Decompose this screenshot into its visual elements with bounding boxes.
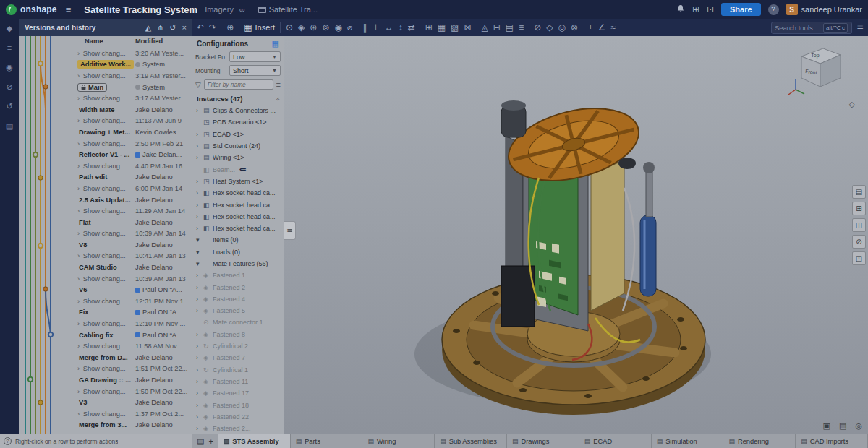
document-tab[interactable]: ECAD	[579, 434, 652, 448]
help-icon[interactable]: ?	[768, 4, 779, 15]
expand-chevron-icon[interactable]: ›	[196, 389, 201, 397]
filter-by-name-input[interactable]	[204, 79, 273, 90]
expand-chevron-icon[interactable]: ›	[196, 272, 201, 279]
insert-button[interactable]: ▦ Insert	[244, 23, 275, 32]
expand-chevron-icon[interactable]: ›	[196, 284, 201, 291]
onshape-logo[interactable]: onshape	[6, 4, 57, 15]
create-branch-icon[interactable]: ⋔	[157, 24, 163, 32]
undo-icon[interactable]: ↶	[197, 23, 204, 32]
list-strip-icon[interactable]: ▤	[6, 122, 13, 130]
version-row[interactable]: V3 Jake Delano	[75, 397, 192, 408]
link-icon[interactable]: ∞	[239, 5, 245, 14]
instance-tree-item[interactable]: › ◈ Fastened 8 ⇐	[192, 329, 284, 340]
instance-tree-item[interactable]: › ◳ ECAD <1> ⇐	[192, 129, 284, 140]
menu-strip-icon[interactable]: ≡	[7, 44, 12, 52]
teams-icon[interactable]: ⊡	[707, 5, 714, 14]
instance-tree-item[interactable]: › ◧ Hex socket head ca... ⇐	[192, 199, 284, 210]
instance-tree-item[interactable]: › ◈ Fastened 1 ⇐	[192, 270, 284, 281]
list-view-icon[interactable]: ≡	[276, 80, 281, 89]
close-panel-icon[interactable]: ×	[182, 24, 187, 32]
measure-icon[interactable]: ◇	[546, 23, 553, 32]
instance-tree-item[interactable]: › ◈ Fastened 11 ⇐	[192, 376, 284, 387]
version-row[interactable]: Show chang... 6:00 PM Jan 14	[75, 183, 192, 194]
instance-tree-item[interactable]: ▾ Loads (0) ⇐	[192, 246, 284, 258]
instance-tree-item[interactable]: › ↻ Cylindrical 2 ⇐	[192, 340, 284, 352]
snapshot-icon[interactable]: ⊟	[493, 23, 501, 32]
document-tab[interactable]: Drawings	[507, 434, 579, 448]
version-row[interactable]: Cabling fix Paul ON “A...	[75, 329, 192, 341]
config-option-select[interactable]: Short ▼	[229, 65, 281, 76]
instance-tree-item[interactable]: ⊙ Mate connector 1 ⇐	[192, 316, 284, 328]
instance-tree-item[interactable]: › ◈ Fastened 5 ⇐	[192, 305, 284, 316]
expand-chevron-icon[interactable]: ›	[196, 131, 201, 138]
config-option-select[interactable]: Low ▼	[229, 51, 281, 62]
viewport-panel-icon[interactable]: ▤	[852, 185, 866, 199]
instance-tree-item[interactable]: › ◧ Hex socket head ca... ⇐	[192, 223, 284, 234]
version-row[interactable]: Additive Work... System	[75, 59, 192, 71]
section-view-icon[interactable]: ⊘	[534, 23, 541, 32]
tolerance-icon[interactable]: ±	[588, 23, 593, 32]
instance-tree-item[interactable]: › ◈ Fastened 2 ⇐	[192, 281, 284, 293]
expand-chevron-icon[interactable]: ›	[196, 343, 201, 350]
named-positions-icon[interactable]: ≡	[519, 23, 524, 32]
notifications-icon[interactable]	[676, 4, 685, 14]
version-row[interactable]: Fix Paul ON “A...	[75, 307, 192, 319]
parent-folder-link[interactable]: Satellite Tra...	[258, 5, 318, 14]
instance-tree-item[interactable]: › ◈ Fastened 2... ⇐	[192, 423, 284, 434]
instance-tree-item[interactable]: › ▤ Std Content (24) ⇐	[192, 140, 284, 152]
expand-chevron-icon[interactable]: ›	[196, 107, 201, 114]
graphics-viewport[interactable]: ≣ Top Front ◇ ▤⊞◫⊘◳ ▣▤◎	[284, 36, 868, 434]
filter-icon[interactable]: ▽	[195, 81, 201, 89]
version-row[interactable]: Merge from D... Jake Delano	[75, 352, 192, 363]
version-row[interactable]: 2.5 Axis Updat... Jake Delano	[75, 194, 192, 206]
user-menu[interactable]: S sandeep Urankar	[786, 4, 862, 15]
expand-chevron-icon[interactable]: ›	[196, 378, 201, 385]
viewport-panel-icon[interactable]: ◫	[852, 218, 866, 232]
version-row[interactable]: Path edit Jake Delano	[75, 172, 192, 184]
version-row[interactable]: Show chang... 12:10 PM Nov ...	[75, 318, 192, 329]
version-row[interactable]: Show chang... 12:31 PM Nov 1...	[75, 296, 192, 307]
instance-tree-item[interactable]: › ◈ Fastened 7 ⇐	[192, 352, 284, 363]
history-strip-icon[interactable]: ↺	[6, 103, 12, 111]
version-row[interactable]: Show chang... 11:13 AM Jun 9	[75, 116, 192, 127]
angle-icon[interactable]: ∠	[598, 23, 606, 32]
expand-chevron-icon[interactable]: ›	[196, 154, 201, 161]
instance-tree-item[interactable]: › ◈ Fastened 22 ⇐	[192, 411, 284, 423]
tangent-mate-icon[interactable]: ⊥	[372, 23, 379, 32]
document-tab[interactable]: Simulation	[652, 434, 724, 448]
linear-pattern-icon[interactable]: ▦	[438, 23, 446, 32]
instance-tree-item[interactable]: › ▤ Clips & Connectors ... ⇐	[192, 105, 284, 116]
expand-chevron-icon[interactable]: ›	[196, 202, 201, 209]
instances-list-toggle[interactable]: ≣	[284, 221, 296, 240]
mate-icon[interactable]: ⊙	[286, 23, 293, 32]
document-tab[interactable]: Rendering	[723, 434, 796, 448]
revolute-mate-icon[interactable]: ⊛	[310, 23, 317, 32]
version-row[interactable]: Show chang... 10:39 AM Jan 13	[75, 273, 192, 285]
expand-chevron-icon[interactable]: ›	[196, 142, 201, 150]
version-row[interactable]: Show chang... 3:20 AM Yeste...	[75, 48, 192, 59]
viewport-panel-icon[interactable]: ⊘	[852, 235, 866, 249]
share-button[interactable]: Share	[721, 3, 761, 16]
viewport-panel-icon[interactable]: ⊞	[852, 202, 866, 215]
version-row[interactable]: Show chang... 10:39 AM Jan 14	[75, 228, 192, 240]
expand-chevron-icon[interactable]: ▾	[196, 249, 201, 256]
version-row[interactable]: GA Drawing :: ... Jake Delano	[75, 374, 192, 386]
version-row[interactable]: Show chang... 3:17 AM Yester...	[75, 92, 192, 104]
instance-tree-item[interactable]: › ↻ Cylindrical 1 ⇐	[192, 364, 284, 376]
restore-icon[interactable]: ↺	[169, 24, 176, 32]
version-row[interactable]: Show chang... 11:29 AM Jan 14	[75, 205, 192, 217]
isometric-view-icon[interactable]: ◇	[849, 100, 855, 109]
version-row[interactable]: Show chang... 1:51 PM Oct 22...	[75, 363, 192, 375]
expand-chevron-icon[interactable]: ▾	[196, 260, 201, 267]
version-row[interactable]: Show chang... 3:19 AM Yester...	[75, 70, 192, 82]
instance-tree-item[interactable]: › ◧ Hex socket head ca... ⇐	[192, 187, 284, 199]
features-strip-icon[interactable]: ◆	[7, 25, 12, 33]
viewport-tool-icon[interactable]: ◎	[855, 421, 862, 431]
compare-versions-icon[interactable]: ◭	[145, 24, 151, 32]
redo-icon[interactable]: ↷	[209, 23, 216, 32]
slider-mate-icon[interactable]: ⊚	[322, 23, 329, 32]
simulation-icon[interactable]: ≈	[610, 23, 616, 32]
instance-tree-item[interactable]: › ◈ Fastened 4 ⇐	[192, 293, 284, 305]
expand-chevron-icon[interactable]: ›	[196, 296, 201, 303]
view-cube[interactable]: Top Front	[786, 42, 848, 98]
